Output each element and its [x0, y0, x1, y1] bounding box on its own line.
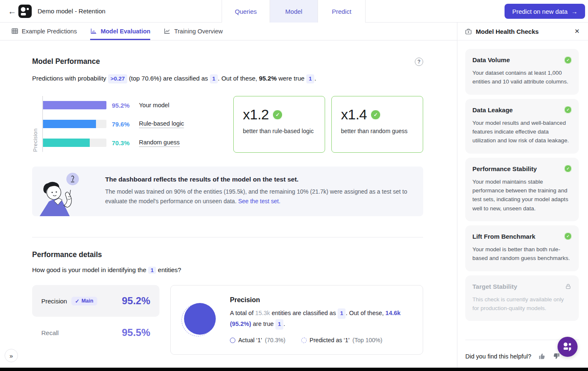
section-divider	[32, 237, 423, 237]
tab-predict[interactable]: Predict	[318, 0, 366, 23]
threshold-badge: >0.27	[108, 74, 127, 83]
help-icon[interactable]: ?	[415, 58, 423, 66]
precision-detail-card: Precision A total of 15.3k entities are …	[170, 285, 423, 355]
detail-card-title: Precision	[230, 296, 410, 304]
lock-icon	[565, 283, 571, 290]
metrics-list: Precision ✓ Main 95.2% Recall 95.5%	[32, 285, 159, 346]
lift-multiplier: x1.4	[341, 106, 367, 123]
feedback-question: Did you find this helpful?	[465, 353, 531, 360]
bar-chart-icon	[90, 28, 97, 35]
model-evaluation-content: Model Performance ? Predictions with pro…	[0, 40, 457, 368]
subtab-example-predictions[interactable]: Example Predictions	[11, 23, 77, 40]
lift-cards: x1.2 ✓ better than rule-based logic x1.4…	[233, 96, 423, 153]
window-bottom-edge	[0, 368, 588, 371]
y-axis-label: Precision	[32, 96, 38, 152]
chart-bar-0	[43, 101, 106, 109]
precision-venn-diagram	[182, 302, 218, 338]
metric-row-recall[interactable]: Recall 95.5%	[32, 319, 159, 346]
chart-bar-2	[43, 139, 90, 147]
model-title: Demo model - Retention	[38, 0, 106, 23]
check-seal-icon: ✓	[565, 106, 571, 113]
performance-details-title: Performance details	[32, 250, 423, 259]
back-button[interactable]: ←	[7, 6, 18, 17]
health-kit-icon	[465, 28, 472, 35]
check-card-data-volume: Data Volume ✓ Your dataset contains at l…	[465, 49, 579, 95]
check-seal-icon: ✓	[565, 165, 571, 172]
info-illustration	[32, 167, 105, 216]
class-badge: 1	[148, 267, 156, 274]
chart-row-random-guess: 70.3% Random guess	[43, 139, 184, 147]
feedback-row: Did you find this helpful?	[465, 352, 560, 360]
thumbs-down-button[interactable]	[553, 352, 560, 360]
model-performance-title: Model Performance	[32, 57, 100, 66]
subtab-model-evaluation[interactable]: Model Evaluation	[90, 23, 150, 40]
app-window: ← Demo model - Retention Queries Model P…	[0, 0, 588, 371]
detail-card-text: A total of 15.3k entities are classified…	[230, 308, 410, 330]
check-seal-icon: ✓	[273, 110, 282, 119]
lift-card-rule-based: x1.2 ✓ better than rule-based logic	[233, 96, 325, 153]
performance-summary: Predictions with probability >0.27 (top …	[32, 74, 423, 83]
chart-row-your-model: 95.2% Your model	[43, 101, 184, 109]
close-icon[interactable]: ✕	[574, 28, 580, 35]
chart-row-rule-based: 79.6% Rule-based logic	[43, 120, 184, 128]
lift-caption: better than random guess	[341, 128, 414, 134]
class-badge: 1	[275, 319, 284, 330]
check-card-performance-stability: Performance Stability ✓ Your model maint…	[465, 158, 579, 221]
arrow-right-icon: →	[571, 8, 578, 15]
actual-circle	[184, 303, 216, 335]
precision-value: 95.2%	[122, 295, 150, 307]
see-test-set-link[interactable]: See the test set.	[238, 198, 280, 204]
check-card-target-stability: Target Stability This check is currently…	[465, 275, 579, 321]
chat-assistant-button[interactable]	[558, 337, 578, 357]
performance-details-question: How good is your model in identifying th…	[32, 266, 423, 274]
check-card-lift-from-benchmark: Lift From Benchmark ✓ Your model is bett…	[465, 225, 579, 271]
legend-predicted: Predicted as ‘1’ (Top 100%)	[301, 337, 382, 343]
bar-label-random-guess[interactable]: Random guess	[139, 139, 180, 147]
check-seal-icon: ✓	[565, 57, 571, 63]
main-metric-badge: ✓ Main	[71, 297, 97, 305]
recall-value: 95.5%	[122, 327, 150, 338]
lift-multiplier: x1.2	[243, 106, 269, 123]
lift-caption: better than rule-based logic	[243, 128, 315, 134]
class-badge: 1	[338, 308, 346, 319]
lift-card-random-guess: x1.4 ✓ better than random guess	[331, 96, 423, 153]
top-tab-bar: Queries Model Predict	[222, 0, 366, 23]
chart-value-2: 70.3%	[106, 139, 139, 146]
metric-row-precision[interactable]: Precision ✓ Main 95.2%	[32, 285, 159, 317]
chart-value-0: 95.2%	[106, 102, 139, 109]
chart-value-1: 79.6%	[106, 121, 139, 128]
subtab-training-overview[interactable]: Training Overview	[164, 23, 222, 40]
y-axis-line	[42, 96, 43, 152]
tab-model[interactable]: Model	[270, 0, 318, 23]
main-area: Example Predictions Model Evaluation Tra…	[0, 23, 457, 368]
health-checks-list: Data Volume ✓ Your dataset contains at l…	[457, 40, 588, 321]
thumbs-up-button[interactable]	[538, 352, 546, 360]
check-seal-icon: ✓	[371, 110, 380, 119]
check-icon: ✓	[75, 298, 79, 304]
app-logo-icon	[18, 5, 32, 18]
check-seal-icon: ✓	[565, 233, 571, 240]
class-badge: 1	[306, 74, 315, 83]
precision-benchmark-chart: Precision 95.2% Your model 79.6% Rule-ba	[32, 96, 189, 152]
check-card-data-leakage: Data Leakage ✓ Your model results and we…	[465, 99, 579, 154]
info-box-title: The dashboard reflects the results of th…	[105, 176, 411, 183]
model-health-checks-panel: Model Health Checks ✕ Data Volume ✓ Your…	[457, 23, 588, 368]
table-grid-icon	[11, 28, 18, 35]
bar-label-rule-based-logic[interactable]: Rule-based logic	[139, 120, 184, 128]
legend-actual: Actual ‘1’ (70.3%)	[230, 337, 285, 343]
venn-legend: Actual ‘1’ (70.3%) Predicted as ‘1’ (Top…	[230, 337, 410, 343]
bar-label-your-model: Your model	[139, 102, 169, 109]
subtab-bar: Example Predictions Model Evaluation Tra…	[0, 23, 457, 40]
tab-queries[interactable]: Queries	[222, 0, 270, 23]
panel-title: Model Health Checks	[476, 28, 539, 35]
assistant-logo-icon	[562, 341, 573, 352]
thumbs-up-icon	[538, 352, 546, 360]
predict-on-new-data-button[interactable]: Predict on new data →	[505, 4, 585, 19]
line-chart-icon	[164, 28, 171, 35]
collapse-panel-button[interactable]: »	[5, 349, 18, 362]
top-header: ← Demo model - Retention Queries Model P…	[0, 0, 588, 23]
solid-circle-icon	[230, 338, 235, 343]
thumbs-down-icon	[553, 352, 560, 360]
dashed-circle-icon	[301, 338, 307, 343]
class-badge: 1	[210, 74, 218, 83]
